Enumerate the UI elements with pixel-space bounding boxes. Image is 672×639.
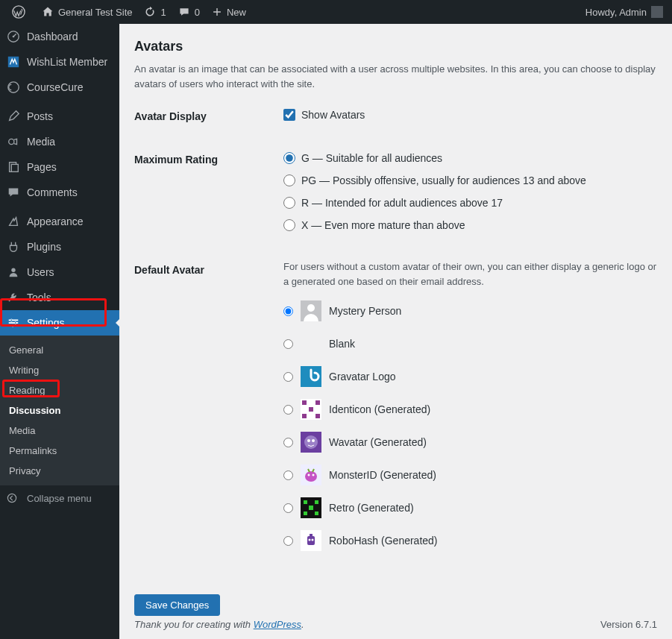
sidebar-item-comments[interactable]: Comments [0,180,119,205]
new-content-link[interactable]: New [206,0,252,24]
wp-logo[interactable] [6,0,36,24]
svg-point-32 [308,474,310,476]
avatar-option-wavatar[interactable]: Wavatar (Generated) [283,430,657,454]
rating-option-r[interactable]: R — Intended for adult audiences above 1… [283,197,657,209]
svg-point-43 [312,539,314,541]
comments-link[interactable]: 0 [172,0,206,24]
rating-radio-r[interactable] [283,197,295,209]
appearance-icon [6,214,21,229]
posts-icon [6,109,21,124]
svg-point-29 [312,439,315,442]
svg-rect-39 [315,511,318,515]
avatar-option-mystery[interactable]: Mystery Person [283,299,657,323]
avatar-option-monsterid[interactable]: MonsterID (Generated) [283,463,657,487]
sidebar-item-tools[interactable]: Tools [0,285,119,310]
rating-option-x[interactable]: X — Even more mature than above [283,219,657,231]
svg-rect-22 [315,400,320,405]
avatar-icon [651,6,663,18]
svg-rect-25 [315,414,320,418]
show-avatars-checkbox[interactable] [283,109,295,121]
svg-rect-18 [301,333,321,354]
avatar-option-blank[interactable]: Blank [283,332,657,356]
sidebar-item-label: Plugins [27,241,61,253]
new-label: New [227,7,246,18]
submenu-item-discussion[interactable]: Discussion [0,400,119,421]
avatar-thumb-identicon [301,399,321,420]
submenu-item-reading[interactable]: Reading [0,380,119,400]
sidebar-item-posts[interactable]: Posts [0,104,119,129]
svg-rect-35 [304,500,307,504]
sidebar-item-label: CourseCure [27,81,83,93]
avatar-radio-robohash[interactable] [283,536,293,546]
avatar-radio-retro[interactable] [283,503,293,513]
page-description: An avatar is an image that can be associ… [134,62,657,91]
show-avatars-label: Show Avatars [301,109,365,121]
site-name-link[interactable]: General Test Site [36,0,138,24]
row-avatar-display: Avatar Display Show Avatars [134,106,657,131]
avatar-radio-blank[interactable] [283,339,293,349]
updates-count: 1 [160,7,166,18]
submenu-item-writing[interactable]: Writing [0,360,119,380]
avatar-radio-wavatar[interactable] [283,438,293,447]
rating-label: X — Even more mature than above [301,219,465,231]
sidebar-item-appearance[interactable]: Appearance [0,209,119,234]
settings-submenu: GeneralWritingReadingDiscussionMediaPerm… [0,336,119,485]
submenu-item-media[interactable]: Media [0,421,119,441]
avatar-label: Gravatar Logo [329,371,396,383]
rating-radio-g[interactable] [283,152,295,164]
svg-point-2 [13,36,15,38]
sidebar-item-label: Posts [27,110,53,122]
rating-option-g[interactable]: G — Suitable for all audiences [283,152,657,164]
comment-icon [178,6,190,18]
submenu-item-permalinks[interactable]: Permalinks [0,441,119,461]
collapse-menu[interactable]: Collapse menu [0,485,119,511]
label-default-avatar: Default Avatar [134,259,283,276]
footer-version: Version 6.7.1 [600,619,657,630]
footer-thanks: Thank you for creating with [134,619,254,630]
collapse-label: Collapse menu [27,493,92,504]
svg-rect-38 [304,511,307,515]
avatar-label: Mystery Person [329,305,401,317]
label-max-rating: Maximum Rating [134,149,283,166]
plus-icon [212,7,222,17]
sidebar-item-media[interactable]: Media [0,129,119,154]
avatar-option-retro[interactable]: Retro (Generated) [283,496,657,520]
svg-point-33 [313,474,315,476]
sidebar-item-plugins[interactable]: Plugins [0,234,119,259]
account-link[interactable]: Howdy, Admin [580,0,666,24]
show-avatars-option[interactable]: Show Avatars [283,109,657,121]
avatar-radio-mystery[interactable] [283,306,293,316]
avatar-radio-gravatar[interactable] [283,372,293,382]
admin-toolbar: General Test Site 1 0 New Howdy, Admin [0,0,672,24]
avatar-option-gravatar[interactable]: Gravatar Logo [283,365,657,388]
page-title: Avatars [134,39,657,54]
sidebar-item-wishlist[interactable]: WishList Member [0,49,119,75]
sidebar-item-dashboard[interactable]: Dashboard [0,24,119,49]
avatar-label: Retro (Generated) [329,502,414,514]
avatar-radio-monsterid[interactable] [283,470,293,480]
submenu-item-general[interactable]: General [0,340,119,360]
sidebar-item-course[interactable]: CourseCure [0,75,119,100]
avatar-radio-identicon[interactable] [283,405,293,415]
rating-option-pg[interactable]: PG — Possibly offensive, usually for aud… [283,174,657,186]
default-avatar-intro: For users without a custom avatar of the… [283,259,657,289]
svg-point-5 [9,139,14,144]
svg-point-27 [304,435,318,449]
avatar-thumb-wavatar [301,432,321,453]
svg-point-28 [307,439,310,442]
submenu-item-privacy[interactable]: Privacy [0,461,119,481]
avatar-label: RoboHash (Generated) [329,535,438,547]
avatar-option-identicon[interactable]: Identicon (Generated) [283,397,657,421]
sidebar-item-users[interactable]: Users [0,259,119,285]
sidebar-item-pages[interactable]: Pages [0,154,119,180]
main-content: Avatars An avatar is an image that can b… [119,24,672,639]
footer-wp-link[interactable]: WordPress [254,619,301,630]
avatar-option-robohash[interactable]: RoboHash (Generated) [283,529,657,553]
rating-radio-x[interactable] [283,219,295,231]
comments-icon [6,185,21,200]
site-name-text: General Test Site [58,7,132,18]
updates-link[interactable]: 1 [138,0,172,24]
footer-suffix: . [301,619,304,630]
sidebar-item-settings[interactable]: Settings [0,310,119,336]
rating-radio-pg[interactable] [283,174,295,186]
